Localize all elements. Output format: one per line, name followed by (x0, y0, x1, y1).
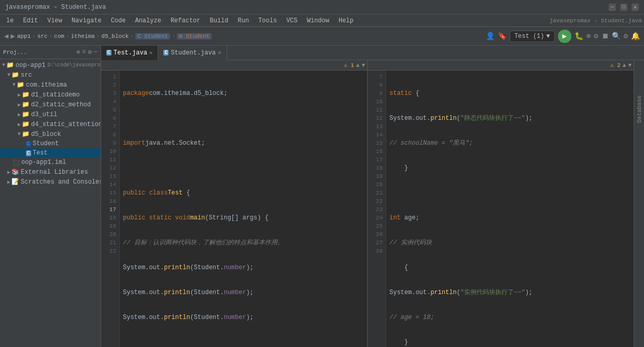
menu-vcs[interactable]: VCS (282, 16, 302, 25)
maximize-button[interactable]: □ (620, 4, 627, 11)
menu-edit[interactable]: Edit (19, 16, 42, 25)
menu-tools[interactable]: Tools (254, 16, 281, 25)
ln-20: 20 (101, 230, 119, 239)
rln-10: 10 (368, 98, 386, 106)
rcode-12: int age; (389, 214, 631, 222)
breadcrumb-itheima[interactable]: itheima (71, 33, 95, 39)
rcode-9: // schoolName = "黑马"; (389, 139, 631, 147)
menu-refactor[interactable]: Refactor (166, 16, 205, 25)
menu-run[interactable]: Run (234, 16, 254, 25)
folder-icon-root: 📁 (6, 61, 14, 69)
rcode-8: System.out.println("静态代码块执行了~~"); (389, 114, 631, 122)
menu-analyze[interactable]: Analyze (131, 16, 165, 25)
rln-15: 15 (368, 139, 386, 147)
ln-11: 11 (101, 156, 119, 164)
rln-27: 27 (368, 239, 386, 247)
ln-9: 9 (101, 139, 119, 147)
title-text: javasepromax - Student.java (5, 4, 106, 11)
rcode-7: static { (389, 89, 631, 98)
tree-item-src[interactable]: ▼ 📁 src (0, 70, 101, 80)
database-tab[interactable]: Database (635, 91, 643, 127)
breadcrumb-student-method[interactable]: m Student (177, 33, 212, 39)
tab-close-student[interactable]: ✕ (218, 49, 221, 56)
folder-icon-com: 📁 (17, 81, 24, 89)
menu-navigate[interactable]: Navigate (67, 16, 106, 25)
class-icon-student: C (26, 141, 31, 147)
tree-arrow-d5: ▼ (18, 131, 21, 137)
breadcrumb-student-class[interactable]: C Student (135, 33, 170, 39)
tab-label-student: Student.java (171, 49, 215, 57)
menu-window[interactable]: Window (303, 16, 333, 25)
tree-item-oop-app1[interactable]: ▼ 📁 oop-app1 D:\code\javasepromi (0, 60, 101, 70)
scroll-down-btn[interactable]: ▼ (361, 62, 365, 68)
run-config-dropdown[interactable]: Test (1) ▼ (510, 31, 555, 42)
ln-19: 19 (101, 222, 119, 230)
minimize-button[interactable]: — (609, 4, 616, 11)
code-line-10: System.out.println(Student.number); (123, 313, 364, 322)
menu-code[interactable]: Code (107, 16, 130, 25)
tree-item-test[interactable]: C Test (0, 148, 101, 158)
settings-gear-icon[interactable]: ⚙ (594, 32, 598, 40)
tab-close-test[interactable]: ✕ (149, 49, 153, 56)
tree-item-student[interactable]: C Student (0, 139, 101, 148)
ln-15: 15 (101, 189, 119, 197)
rln-23: 23 (368, 205, 386, 214)
profile-icon[interactable]: 👤 (486, 32, 495, 40)
rln-7: 7 (368, 73, 386, 81)
sidebar-collapse-icon[interactable]: ≡ (82, 48, 86, 56)
tree-item-d4[interactable]: ▶ 📁 d4_static_attention (0, 119, 101, 129)
bookmark-icon[interactable]: 🔖 (498, 32, 507, 40)
menu-le[interactable]: le (2, 16, 18, 25)
right-scroll-up-btn[interactable]: ▲ (623, 62, 626, 68)
sidebar-header-icons: ⊕ ≡ ⚙ — (76, 48, 97, 56)
notification-icon[interactable]: 🔔 (631, 32, 640, 40)
stop-icon[interactable]: ⏹ (601, 32, 609, 40)
tree-arrow-ext: ▶ (7, 169, 10, 175)
right-code-content[interactable]: static { System.out.println("静态代码块执行了~~"… (386, 71, 634, 347)
coverage-icon[interactable]: ⊕ (586, 32, 591, 40)
left-code-content[interactable]: package com.itheima.d5_block; import jav… (120, 71, 367, 347)
left-editor-toolbar: ⚠ 1 ▲ ▼ (101, 60, 367, 71)
menu-build[interactable]: Build (205, 16, 232, 25)
tree-item-iml[interactable]: ⬛ oop-app1.iml (0, 158, 101, 167)
tree-item-scratches[interactable]: ▶ 📝 Scratches and Consoles (0, 177, 101, 187)
run-button[interactable]: ▶ (558, 30, 571, 43)
ln-13: 13 (101, 172, 119, 181)
left-code-area[interactable]: 1 2 3 4 5 6 7 8 9 10 11 12 13 14 (101, 71, 367, 347)
right-code-area[interactable]: 7 8 9 10 11 12 13 14 15 16 17 18 19 20 (368, 71, 634, 347)
menu-view[interactable]: View (43, 16, 66, 25)
sidebar-add-icon[interactable]: ⊕ (76, 48, 80, 56)
menu-help[interactable]: Help (334, 16, 358, 25)
right-line-numbers: 7 8 9 10 11 12 13 14 15 16 17 18 19 20 (368, 71, 386, 347)
settings-icon[interactable]: ⚙ (624, 32, 628, 40)
rln-8: 8 (368, 81, 386, 89)
sidebar-settings-icon[interactable]: ⚙ (88, 48, 92, 56)
close-button[interactable]: ✕ (632, 4, 639, 11)
sidebar-minimize-icon[interactable]: — (94, 48, 97, 56)
scroll-up-btn[interactable]: ▲ (356, 62, 360, 68)
debug-icon[interactable]: 🐛 (575, 32, 583, 40)
file-tree: ▼ 📁 oop-app1 D:\code\javasepromi ▼ 📁 src… (0, 59, 101, 347)
breadcrumb-src[interactable]: src (37, 33, 48, 39)
rcode-10: } (389, 164, 631, 172)
tab-student-java[interactable]: C Student.java ✕ (158, 46, 227, 60)
tree-item-ext-libs[interactable]: ▶ 📚 External Libraries (0, 167, 101, 177)
back-icon[interactable]: ◀ (4, 32, 8, 40)
forward-icon[interactable]: ▶ (10, 32, 15, 40)
tree-item-d3[interactable]: ▶ 📁 d3_util (0, 109, 101, 119)
breadcrumb-com[interactable]: com (54, 33, 64, 39)
tree-item-d1[interactable]: ▶ 📁 d1_staticdemo (0, 90, 101, 100)
search-toolbar-icon[interactable]: 🔍 (612, 32, 621, 40)
tree-item-d5[interactable]: ▼ 📁 d5_block (0, 129, 101, 139)
rln-17: 17 (368, 156, 386, 164)
right-scroll-down-btn[interactable]: ▼ (628, 62, 632, 68)
tab-test-java[interactable]: C Test.java ✕ (101, 46, 158, 60)
left-line-numbers: 1 2 3 4 5 6 7 8 9 10 11 12 13 14 (101, 71, 120, 347)
tree-item-com-itheima[interactable]: ▼ 📁 com.itheima (0, 80, 101, 90)
breadcrumb-app1[interactable]: app1 (17, 33, 31, 39)
breadcrumb-d5block[interactable]: d5_block (102, 33, 129, 39)
rln-12: 12 (368, 114, 386, 122)
rln-16: 16 (368, 147, 386, 156)
tree-item-d2[interactable]: ▶ 📁 d2_static_method (0, 100, 101, 109)
ext-libs-icon: 📚 (11, 168, 19, 176)
